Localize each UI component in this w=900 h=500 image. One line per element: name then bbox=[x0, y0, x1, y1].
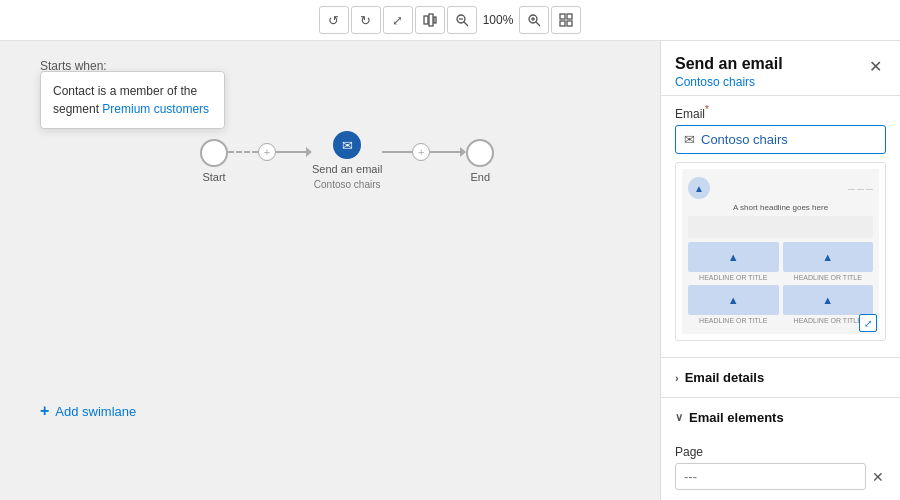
main-layout: Starts when: Contact is a member of the … bbox=[0, 41, 900, 500]
zoom-in-button[interactable] bbox=[519, 6, 549, 34]
page-clear-button[interactable]: ✕ bbox=[870, 467, 886, 487]
end-circle[interactable] bbox=[466, 139, 494, 167]
undo-button[interactable]: ↺ bbox=[319, 6, 349, 34]
fit-button[interactable] bbox=[551, 6, 581, 34]
preview-img-caption-3: HEADLINE OR TITLE bbox=[688, 317, 779, 324]
preview-img-icon-1: ▲ bbox=[728, 251, 739, 263]
preview-images-row-1: ▲ HEADLINE OR TITLE ▲ HEADLINE OR TITLE bbox=[688, 242, 873, 281]
zoom-level-label: 100% bbox=[479, 13, 518, 27]
line-2 bbox=[382, 151, 412, 153]
email-preview: ▲ — — — A short headline goes here ▲ bbox=[675, 162, 886, 341]
start-label: Start bbox=[202, 171, 225, 183]
preview-text-block bbox=[688, 216, 873, 238]
send-email-sublabel: Contoso chairs bbox=[314, 179, 381, 190]
preview-img-col-2: ▲ HEADLINE OR TITLE bbox=[783, 242, 874, 281]
zoom-out-button[interactable] bbox=[447, 6, 477, 34]
preview-images-row-2: ▲ HEADLINE OR TITLE ▲ HEADLINE OR TITLE bbox=[688, 285, 873, 324]
email-details-accordion: › Email details bbox=[661, 357, 900, 397]
email-elements-chevron-icon: ∨ bbox=[675, 411, 683, 424]
end-label: End bbox=[471, 171, 491, 183]
page-input[interactable] bbox=[675, 463, 866, 490]
preview-logo-icon: ▲ bbox=[694, 183, 704, 194]
page-field-label: Page bbox=[675, 445, 886, 459]
end-node: End bbox=[466, 139, 494, 183]
email-select-box[interactable]: ✉ Contoso chairs bbox=[675, 125, 886, 154]
redo-button[interactable]: ↻ bbox=[351, 6, 381, 34]
start-circle[interactable] bbox=[200, 139, 228, 167]
add-swimlane-label: Add swimlane bbox=[55, 404, 136, 419]
svg-line-4 bbox=[464, 22, 468, 26]
preview-img-icon-2: ▲ bbox=[822, 251, 833, 263]
svg-line-7 bbox=[536, 22, 540, 26]
preview-img-caption-1: HEADLINE OR TITLE bbox=[688, 274, 779, 281]
email-elements-accordion: ∨ Email elements Page ✕ + Add item bbox=[661, 397, 900, 500]
flow-container: Start + ✉ Send an email Contoso chairs bbox=[200, 131, 494, 190]
preview-expand-button[interactable]: ⤢ bbox=[859, 314, 877, 332]
add-swimlane-plus-icon: + bbox=[40, 402, 49, 420]
plus-connector-2[interactable]: + bbox=[412, 143, 430, 161]
email-select-icon: ✉ bbox=[684, 132, 695, 147]
preview-menu-dots: — — — bbox=[848, 185, 873, 192]
condition-link[interactable]: Premium customers bbox=[102, 102, 209, 116]
right-panel: Send an email Contoso chairs ✕ Email* ✉ … bbox=[660, 41, 900, 500]
preview-img-box-2: ▲ bbox=[783, 242, 874, 272]
toolbar: ↺ ↻ ⤢ 100% bbox=[0, 0, 900, 41]
preview-img-icon-4: ▲ bbox=[822, 294, 833, 306]
condition-tooltip: Contact is a member of the segment Premi… bbox=[40, 71, 225, 129]
line-1 bbox=[276, 151, 306, 153]
panel-title-group: Send an email Contoso chairs bbox=[675, 55, 783, 89]
svg-rect-0 bbox=[424, 16, 428, 24]
expand-button[interactable]: ⤢ bbox=[383, 6, 413, 34]
svg-rect-11 bbox=[567, 14, 572, 19]
dashed-line-1 bbox=[228, 151, 258, 153]
email-elements-label: Email elements bbox=[689, 410, 784, 425]
add-swimlane[interactable]: + Add swimlane bbox=[40, 402, 136, 420]
preview-img-box-3: ▲ bbox=[688, 285, 779, 315]
panel-subtitle[interactable]: Contoso chairs bbox=[675, 75, 783, 89]
preview-img-caption-2: HEADLINE OR TITLE bbox=[783, 274, 874, 281]
email-select-value: Contoso chairs bbox=[701, 132, 788, 147]
preview-header-row: ▲ — — — bbox=[688, 177, 873, 199]
start-node: Start bbox=[200, 139, 228, 183]
preview-img-icon-3: ▲ bbox=[728, 294, 739, 306]
send-email-node[interactable]: ✉ Send an email Contoso chairs bbox=[312, 131, 382, 190]
email-elements-header[interactable]: ∨ Email elements bbox=[661, 398, 900, 437]
page-input-row: ✕ bbox=[675, 463, 886, 490]
email-field-section: Email* ✉ Contoso chairs ▲ — — — A bbox=[661, 95, 900, 357]
email-details-header[interactable]: › Email details bbox=[661, 358, 900, 397]
preview-expand-icon: ⤢ bbox=[864, 318, 872, 329]
plus-connector-1[interactable]: + bbox=[258, 143, 276, 161]
preview-img-box-4: ▲ bbox=[783, 285, 874, 315]
svg-rect-12 bbox=[560, 21, 565, 26]
preview-img-box-1: ▲ bbox=[688, 242, 779, 272]
send-email-circle[interactable]: ✉ bbox=[333, 131, 361, 159]
preview-inner: ▲ — — — A short headline goes here ▲ bbox=[682, 169, 879, 334]
email-node-icon: ✉ bbox=[342, 138, 353, 153]
svg-rect-1 bbox=[429, 14, 433, 26]
send-email-label: Send an email bbox=[312, 163, 382, 175]
svg-rect-10 bbox=[560, 14, 565, 19]
panel-close-button[interactable]: ✕ bbox=[865, 55, 886, 78]
canvas-area: Starts when: Contact is a member of the … bbox=[0, 41, 660, 500]
preview-img-col-1: ▲ HEADLINE OR TITLE bbox=[688, 242, 779, 281]
email-field-label: Email* bbox=[675, 104, 886, 121]
email-details-label: Email details bbox=[685, 370, 764, 385]
panel-title: Send an email bbox=[675, 55, 783, 73]
preview-headline: A short headline goes here bbox=[688, 203, 873, 212]
svg-rect-2 bbox=[434, 17, 436, 23]
panel-header: Send an email Contoso chairs ✕ bbox=[661, 41, 900, 95]
map-button[interactable] bbox=[415, 6, 445, 34]
svg-rect-13 bbox=[567, 21, 572, 26]
page-field-section: Page ✕ bbox=[661, 437, 900, 500]
preview-img-col-3: ▲ HEADLINE OR TITLE bbox=[688, 285, 779, 324]
email-details-chevron-icon: › bbox=[675, 372, 679, 384]
line-3 bbox=[430, 151, 460, 153]
preview-logo-circle: ▲ bbox=[688, 177, 710, 199]
